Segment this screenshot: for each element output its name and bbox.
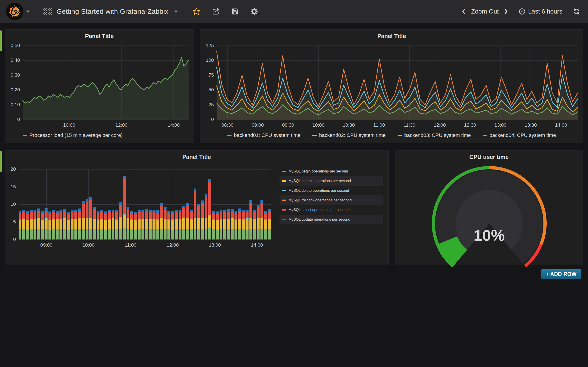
stacked-bar[interactable]: [164, 207, 166, 240]
stacked-bar[interactable]: [19, 211, 21, 240]
stacked-bar[interactable]: [41, 211, 44, 240]
legend-item[interactable]: Processor load (15 min average per core): [23, 132, 123, 138]
stacked-bar[interactable]: [220, 210, 222, 240]
stacked-bar[interactable]: [190, 210, 192, 240]
stacked-bar[interactable]: [141, 210, 144, 240]
stacked-bar[interactable]: [257, 205, 259, 240]
stacked-bar[interactable]: [108, 210, 111, 240]
side-menu-toggle[interactable]: [0, 0, 36, 23]
stacked-bar[interactable]: [197, 204, 200, 240]
stacked-bar[interactable]: [112, 210, 114, 240]
bar-plot-area[interactable]: [19, 169, 271, 240]
add-row-button[interactable]: + ADD ROW: [541, 269, 581, 279]
zoom-out-button[interactable]: Zoom Out: [470, 8, 500, 15]
stacked-bar[interactable]: [104, 211, 107, 240]
time-forward-button[interactable]: [504, 8, 508, 15]
panel-title[interactable]: Panel Title: [5, 154, 389, 160]
settings-button[interactable]: [250, 7, 258, 16]
stacked-bar[interactable]: [216, 211, 219, 240]
row-collapse-handle[interactable]: [0, 151, 2, 172]
stacked-bar[interactable]: [63, 209, 66, 240]
stacked-bar[interactable]: [231, 209, 233, 240]
stacked-bar[interactable]: [134, 212, 137, 240]
legend-item[interactable]: backend02: CPU system time: [312, 132, 386, 138]
legend-item[interactable]: MySQL begin operations per second: [279, 167, 383, 176]
row-collapse-handle[interactable]: [0, 31, 2, 51]
stacked-bar[interactable]: [253, 210, 256, 240]
stacked-bar[interactable]: [238, 209, 241, 240]
stacked-bar[interactable]: [26, 211, 29, 240]
stacked-bar[interactable]: [212, 211, 215, 240]
stacked-bar[interactable]: [97, 211, 99, 240]
stacked-bar[interactable]: [93, 207, 96, 240]
stacked-bar[interactable]: [60, 210, 62, 240]
stacked-bar[interactable]: [149, 210, 152, 240]
stacked-bar[interactable]: [227, 209, 230, 240]
stacked-bar[interactable]: [268, 209, 271, 240]
stacked-bar[interactable]: [30, 210, 33, 240]
legend-label: MySQL rollback operations per second: [288, 198, 352, 202]
stacked-bar[interactable]: [138, 210, 141, 240]
stacked-bar[interactable]: [179, 210, 182, 240]
plot-area[interactable]: [23, 46, 189, 119]
stacked-bar[interactable]: [130, 211, 133, 240]
stacked-bar[interactable]: [71, 210, 73, 240]
stacked-bar[interactable]: [175, 210, 178, 240]
stacked-bar[interactable]: [223, 210, 226, 240]
stacked-bar[interactable]: [52, 210, 55, 240]
legend-item[interactable]: MySQL commit operations per second: [279, 176, 383, 186]
stacked-bar[interactable]: [127, 207, 129, 240]
stacked-bar[interactable]: [167, 211, 170, 240]
stacked-bar[interactable]: [260, 200, 263, 240]
stacked-bar[interactable]: [123, 176, 126, 240]
plot-area[interactable]: [216, 46, 578, 119]
stacked-bar[interactable]: [182, 206, 185, 240]
refresh-button[interactable]: [573, 8, 580, 15]
stacked-bar[interactable]: [242, 210, 245, 240]
stacked-bar[interactable]: [153, 210, 155, 240]
stacked-bar[interactable]: [22, 210, 25, 240]
stacked-bar[interactable]: [34, 210, 36, 240]
time-range-picker[interactable]: Last 6 hours: [519, 8, 562, 15]
stacked-bar[interactable]: [48, 211, 51, 240]
stacked-bar[interactable]: [156, 210, 159, 240]
stacked-bar[interactable]: [205, 194, 208, 240]
stacked-bar[interactable]: [82, 201, 85, 240]
stacked-bar[interactable]: [171, 211, 174, 240]
stacked-bar[interactable]: [250, 200, 252, 240]
stacked-bar[interactable]: [208, 179, 211, 240]
stacked-bar[interactable]: [44, 208, 47, 240]
stacked-bar[interactable]: [186, 203, 189, 240]
stacked-bar[interactable]: [56, 211, 59, 240]
stacked-bar[interactable]: [100, 210, 103, 240]
legend-item[interactable]: backend01: CPU system time: [227, 132, 300, 138]
legend-item[interactable]: backend04: CPU system time: [483, 132, 556, 138]
stacked-bar[interactable]: [145, 209, 148, 240]
legend-item[interactable]: MySQL rollback operations per second: [279, 195, 383, 205]
stacked-bar[interactable]: [119, 202, 122, 240]
stacked-bar[interactable]: [160, 203, 163, 240]
legend-item[interactable]: backend03: CPU system time: [398, 132, 471, 138]
stacked-bar[interactable]: [89, 197, 92, 240]
legend-item[interactable]: MySQL update operations per second: [279, 215, 383, 224]
stacked-bar[interactable]: [78, 209, 81, 240]
save-button[interactable]: [231, 7, 239, 16]
legend-item[interactable]: MySQL delete operations per second: [279, 186, 383, 195]
share-button[interactable]: [212, 7, 220, 16]
star-button[interactable]: [192, 7, 200, 16]
panel-title[interactable]: Panel Title: [200, 33, 583, 40]
stacked-bar[interactable]: [201, 200, 204, 240]
stacked-bar[interactable]: [264, 211, 267, 240]
stacked-bar[interactable]: [37, 209, 40, 240]
stacked-bar[interactable]: [86, 199, 88, 240]
stacked-bar[interactable]: [194, 189, 196, 240]
dashboard-title-button[interactable]: Getting Started with Grafana-Zabbix: [36, 0, 184, 23]
stacked-bar[interactable]: [246, 210, 248, 240]
stacked-bar[interactable]: [67, 212, 70, 240]
stacked-bar[interactable]: [115, 210, 118, 240]
stacked-bar[interactable]: [74, 210, 77, 240]
legend-item[interactable]: MySQL select operations per second: [279, 205, 383, 215]
time-back-button[interactable]: [461, 8, 466, 15]
stacked-bar[interactable]: [234, 211, 237, 240]
panel-title[interactable]: Panel Title: [5, 33, 194, 40]
